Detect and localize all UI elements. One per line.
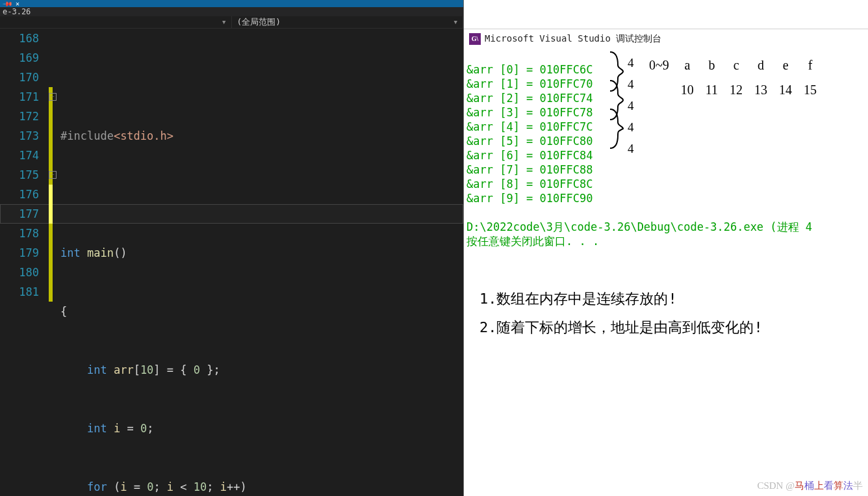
fold-icon[interactable]: − xyxy=(49,93,57,101)
file-tab-label: e-3.26 xyxy=(3,7,31,16)
watermark: CSDN @马桶上看算法半 xyxy=(757,480,863,492)
line-gutter: 168 169 170 171 172 173 174 175 176 177 … xyxy=(0,29,49,496)
note-2: 2.随着下标的增长，地址是由高到低变化的! xyxy=(479,313,852,342)
fold-icon[interactable]: − xyxy=(49,171,57,179)
console-title: Microsoft Visual Studio 调试控制台 xyxy=(485,33,661,45)
annotation-pane: G\ Microsoft Visual Studio 调试控制台 &arr [0… xyxy=(463,0,868,496)
chevron-down-icon: ▼ xyxy=(454,19,457,25)
code-editor-pane: 📌 ✕ e-3.26 ▼ (全局范围)▼ 168 169 170 171 172… xyxy=(0,0,463,496)
fold-column: − − xyxy=(49,29,60,496)
code-content[interactable]: #include<stdio.h> int main() { int arr[1… xyxy=(60,29,463,496)
notes: 1.数组在内存中是连续存放的! 2.随着下标的增长，地址是由高到低变化的! xyxy=(464,274,868,352)
tab-controls: 📌 ✕ xyxy=(0,0,463,7)
console-titlebar: G\ Microsoft Visual Studio 调试控制台 xyxy=(464,29,868,48)
diff-values: 4 4 4 4 4 xyxy=(628,52,634,159)
scope-bar: ▼ (全局范围)▼ xyxy=(0,16,463,29)
editor[interactable]: 168 169 170 171 172 173 174 175 176 177 … xyxy=(0,29,463,496)
note-1: 1.数组在内存中是连续存放的! xyxy=(479,285,852,313)
scope-right[interactable]: (全局范围)▼ xyxy=(232,16,464,28)
close-icon[interactable]: ✕ xyxy=(16,0,19,7)
file-tab[interactable]: e-3.26 xyxy=(0,7,463,16)
vs-icon: G\ xyxy=(469,33,481,45)
hex-legend-table: 0~9 a b c d e f 10 11 12 13 14 15 xyxy=(643,52,823,103)
scope-left[interactable]: ▼ xyxy=(0,16,232,28)
chevron-down-icon: ▼ xyxy=(222,19,225,25)
